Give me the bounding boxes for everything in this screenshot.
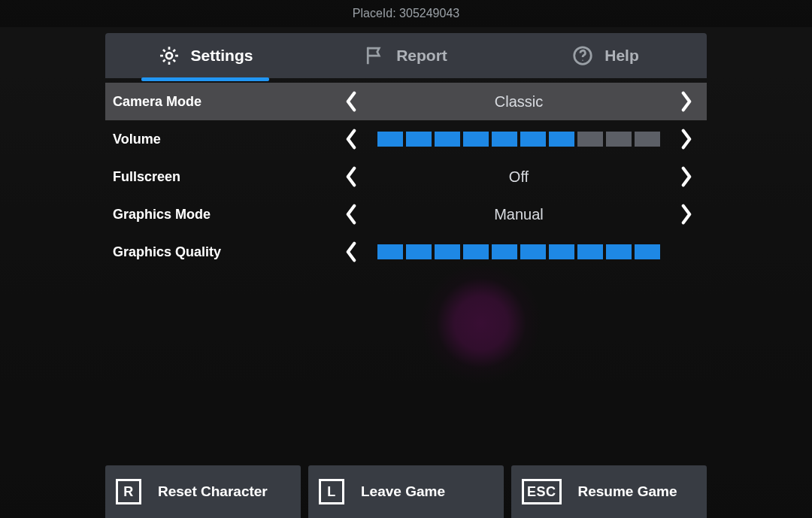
camera-mode-label: Camera Mode (113, 94, 338, 110)
volume-slider[interactable] (364, 132, 674, 147)
graphics-quality-label: Graphics Quality (113, 244, 338, 260)
reset-character-button[interactable]: R Reset Character (105, 465, 301, 518)
key-esc: ESC (522, 479, 562, 504)
slider-segment[interactable] (635, 132, 660, 147)
tab-report-label: Report (396, 47, 447, 65)
placeid-text: PlaceId: 305249043 (353, 7, 459, 20)
tab-settings-label: Settings (191, 47, 253, 65)
resume-game-label: Resume Game (578, 483, 677, 500)
slider-segment[interactable] (520, 132, 546, 147)
row-volume: Volume (105, 120, 707, 158)
top-info-bar: PlaceId: 305249043 (0, 0, 812, 27)
camera-mode-value: Classic (364, 93, 674, 111)
fullscreen-label: Fullscreen (113, 169, 338, 185)
key-r: R (116, 479, 141, 504)
resume-game-button[interactable]: ESC Resume Game (511, 465, 707, 518)
slider-segment[interactable] (435, 132, 460, 147)
help-icon (571, 44, 594, 67)
slider-segment[interactable] (406, 244, 432, 259)
slider-segment[interactable] (377, 244, 403, 259)
slider-segment[interactable] (377, 132, 403, 147)
footer-buttons: R Reset Character L Leave Game ESC Resum… (105, 465, 707, 518)
slider-segment[interactable] (577, 244, 603, 259)
row-fullscreen: Fullscreen Off (105, 158, 707, 195)
slider-segment[interactable] (435, 244, 460, 259)
slider-segment[interactable] (549, 132, 574, 147)
slider-segment[interactable] (492, 132, 517, 147)
graphics-mode-next[interactable] (674, 201, 699, 227)
volume-decrease[interactable] (338, 126, 364, 152)
gear-icon (158, 44, 180, 67)
fullscreen-prev[interactable] (338, 164, 364, 189)
slider-segment[interactable] (520, 244, 546, 259)
graphics-mode-prev[interactable] (338, 201, 364, 227)
leave-game-button[interactable]: L Leave Game (308, 465, 504, 518)
graphics-mode-label: Graphics Mode (113, 207, 338, 223)
graphics-mode-value: Manual (364, 206, 674, 223)
row-graphics-quality: Graphics Quality (105, 233, 707, 271)
tab-help[interactable]: Help (505, 33, 705, 78)
slider-segment[interactable] (577, 132, 603, 147)
graphics-quality-decrease[interactable] (338, 239, 364, 265)
settings-panel: Settings Report Help (105, 33, 707, 271)
slider-segment[interactable] (463, 244, 489, 259)
tab-settings[interactable]: Settings (105, 33, 305, 78)
volume-increase[interactable] (674, 126, 699, 152)
slider-segment[interactable] (463, 132, 489, 147)
volume-label: Volume (113, 132, 338, 147)
camera-mode-next[interactable] (674, 89, 699, 114)
leave-game-label: Leave Game (361, 483, 445, 500)
reset-character-label: Reset Character (158, 483, 268, 500)
slider-segment[interactable] (549, 244, 574, 259)
svg-point-2 (582, 60, 583, 62)
row-camera-mode: Camera Mode Classic (105, 83, 707, 120)
slider-segment[interactable] (606, 132, 632, 147)
row-graphics-mode: Graphics Mode Manual (105, 195, 707, 233)
fullscreen-value: Off (364, 168, 674, 186)
slider-segment[interactable] (606, 244, 632, 259)
fullscreen-next[interactable] (674, 164, 699, 189)
tab-bar: Settings Report Help (105, 33, 707, 78)
camera-mode-prev[interactable] (338, 89, 364, 114)
flag-icon (363, 44, 386, 67)
svg-point-0 (166, 53, 172, 59)
graphics-quality-slider[interactable] (364, 244, 674, 259)
slider-segment[interactable] (492, 244, 517, 259)
slider-segment[interactable] (635, 244, 660, 259)
tab-help-label: Help (604, 47, 639, 65)
tab-underline (141, 77, 269, 81)
slider-segment[interactable] (406, 132, 432, 147)
settings-rows: Camera Mode Classic Volume Fu (105, 83, 707, 271)
tab-report[interactable]: Report (305, 33, 505, 78)
key-l: L (319, 479, 344, 504)
